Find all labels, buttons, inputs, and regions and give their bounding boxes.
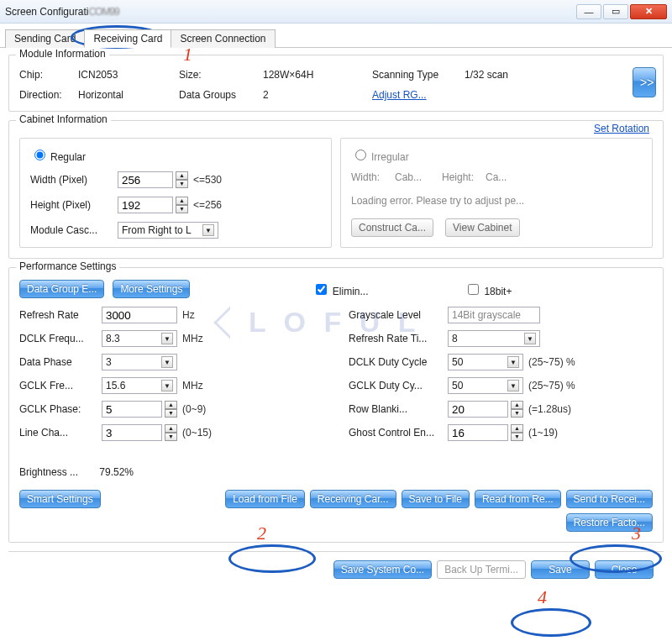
load-from-file-button[interactable]: Load from File [225, 490, 305, 508]
performance-settings-group: Performance Settings Data Group E... Mor… [8, 267, 664, 543]
cascade-value: From Right to L [122, 224, 192, 236]
eliminate-checkbox[interactable] [316, 284, 327, 295]
irr-height-val: Ca... [486, 171, 507, 183]
cascade-select[interactable]: From Right to L ▼ [118, 222, 218, 239]
save-to-file-button[interactable]: Save to File [402, 490, 470, 508]
more-settings-button[interactable]: More Settings [113, 280, 190, 298]
refresh-rate-times-select[interactable]: 8▼ [448, 330, 540, 347]
group-title: Module Information [16, 48, 109, 60]
save-system-config-button[interactable]: Save System Co... [333, 560, 432, 579]
dropdown-icon: ▼ [161, 380, 173, 391]
row-blanking-input[interactable] [448, 401, 508, 418]
refresh-rate-input[interactable] [102, 307, 177, 323]
irr-error: Loading error. Please try to adjust pe..… [351, 195, 642, 207]
irregular-radio-wrap[interactable]: Irregular [351, 151, 409, 163]
close-button[interactable]: ✕ [630, 4, 667, 19]
brightness-label: Brightness ... [19, 466, 97, 478]
brightness-value: 79.52% [99, 466, 134, 478]
send-to-receiving-button[interactable]: Send to Recei... [566, 490, 653, 508]
annotation-number-4: 4 [538, 586, 547, 608]
dropdown-icon: ▼ [524, 333, 536, 344]
chip-value: ICN2053 [78, 69, 179, 81]
titlebar[interactable]: Screen ConfiguratiCOM99 — ▭ ✕ [0, 0, 672, 24]
reg-height-input[interactable] [118, 197, 173, 213]
receiving-card-button[interactable]: Receiving Car... [310, 490, 396, 508]
dclk-freq-select[interactable]: 8.3▼ [102, 330, 177, 347]
reg-height-spinner[interactable]: ▲▼ [176, 197, 188, 213]
maximize-button[interactable]: ▭ [603, 4, 628, 19]
set-rotation-link[interactable]: Set Rotation [594, 123, 649, 134]
read-from-receiving-button[interactable]: Read from Re... [475, 490, 561, 508]
reg-width-label: Width (Pixel) [30, 174, 113, 186]
scanning-type-value: 1/32 scan [465, 69, 532, 81]
size-value: 128W×64H [263, 69, 372, 81]
grayscale-label: Grayscale Level [349, 309, 443, 321]
direction-label: Direction: [19, 89, 78, 101]
gclk-duty-select[interactable]: 50▼ [448, 377, 523, 394]
window-title: Screen ConfiguratiCOM99 [5, 6, 576, 18]
data-group-button[interactable]: Data Group E... [19, 280, 104, 298]
gclk-freq-select[interactable]: 15.6▼ [102, 377, 177, 394]
window-controls: — ▭ ✕ [576, 4, 667, 19]
grayscale-select[interactable]: 14Bit grayscale [448, 307, 540, 323]
gclk-phase-spinner[interactable]: ▲▼ [165, 401, 177, 418]
line-change-input[interactable] [102, 424, 162, 441]
ghost-control-spinner[interactable]: ▲▼ [511, 424, 523, 441]
data-groups-value: 2 [263, 89, 372, 101]
row-blanking-spinner[interactable]: ▲▼ [511, 401, 523, 418]
reg-height-hint: <=256 [193, 199, 222, 211]
tab-screen-connection[interactable]: Screen Connection [171, 29, 275, 48]
irr-height-label: Height: [442, 171, 480, 183]
reg-width-input[interactable] [118, 171, 173, 188]
dclk-freq-label: DCLK Frequ... [19, 333, 97, 344]
irr-width-label: Width: [351, 171, 390, 183]
ghost-control-label: Ghost Control En... [349, 427, 443, 439]
direction-value: Horizontal [78, 89, 179, 101]
module-information-group: Module Information Chip: ICN2053 Size: 1… [8, 55, 664, 112]
regular-label: Regular [50, 151, 86, 163]
regular-radio[interactable] [34, 150, 45, 160]
gclk-freq-unit: MHz [182, 380, 216, 391]
size-label: Size: [179, 69, 263, 81]
18bit-checkbox-wrap[interactable]: 18bit+ [465, 281, 512, 297]
dclk-duty-select[interactable]: 50▼ [448, 354, 523, 370]
module-next-button[interactable]: >> [633, 67, 656, 97]
data-groups-label: Data Groups [179, 89, 263, 101]
tab-receiving-card[interactable]: Receiving Card [84, 29, 171, 48]
backup-terminal-button[interactable]: Back Up Termi... [437, 560, 526, 579]
data-phase-select[interactable]: 3▼ [102, 354, 177, 370]
window: Screen ConfiguratiCOM99 — ▭ ✕ Sending Ca… [0, 0, 672, 586]
gclk-duty-label: GCLK Duty Cy... [349, 380, 443, 391]
gclk-phase-label: GCLK Phase: [19, 403, 97, 415]
refresh-rate-label: Refresh Rate [19, 309, 97, 321]
regular-radio-wrap[interactable]: Regular [30, 151, 86, 163]
cabinet-information-group: Cabinet Information Set Rotation Regular… [8, 120, 664, 259]
group-title: Cabinet Information [16, 113, 111, 125]
construct-cabinet-button[interactable]: Construct Ca... [351, 218, 433, 237]
dropdown-icon: ▼ [507, 380, 519, 391]
tab-sending-card[interactable]: Sending Card [5, 29, 85, 48]
view-cabinet-button[interactable]: View Cabinet [445, 218, 520, 237]
chip-label: Chip: [19, 69, 78, 81]
gclk-duty-hint: (25~75) % [528, 380, 575, 391]
refresh-rate-unit: Hz [182, 309, 216, 321]
title-text: Screen Configurati [5, 6, 88, 18]
save-button[interactable]: Save [531, 560, 590, 579]
irregular-radio[interactable] [355, 150, 366, 160]
refresh-rate-times-label: Refresh Rate Ti... [349, 333, 443, 344]
gclk-phase-input[interactable] [102, 401, 162, 418]
minimize-button[interactable]: — [576, 4, 601, 19]
line-change-spinner[interactable]: ▲▼ [165, 424, 177, 441]
restore-factory-button[interactable]: Restore Facto... [566, 513, 653, 532]
reg-width-spinner[interactable]: ▲▼ [176, 171, 188, 188]
smart-settings-button[interactable]: Smart Settings [19, 490, 101, 508]
annotation-circle-4 [511, 608, 591, 637]
adjust-rgb-link[interactable]: Adjust RG... [372, 89, 427, 101]
18bit-checkbox[interactable] [468, 284, 479, 295]
eliminate-checkbox-wrap[interactable]: Elimin... [312, 281, 368, 297]
gclk-phase-hint: (0~9) [182, 403, 233, 415]
close-dialog-button[interactable]: Close [595, 560, 654, 579]
dclk-duty-label: DCLK Duty Cycle [349, 356, 443, 368]
ghost-control-input[interactable] [448, 424, 508, 441]
dropdown-icon: ▼ [202, 224, 214, 236]
